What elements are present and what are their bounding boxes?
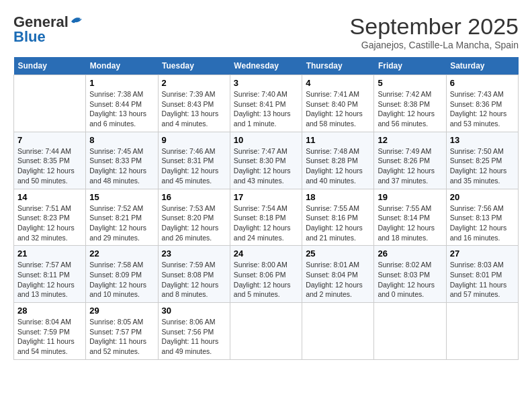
calendar-cell: 13Sunrise: 7:50 AMSunset: 8:25 PMDayligh… xyxy=(446,132,518,189)
day-info: Sunrise: 7:49 AMSunset: 8:26 PMDaylight:… xyxy=(378,146,442,186)
calendar-cell: 11Sunrise: 7:48 AMSunset: 8:28 PMDayligh… xyxy=(302,132,374,189)
calendar-cell: 29Sunrise: 8:05 AMSunset: 7:57 PMDayligh… xyxy=(86,303,158,360)
day-info: Sunrise: 8:01 AMSunset: 8:04 PMDaylight:… xyxy=(306,260,370,300)
calendar-cell: 4Sunrise: 7:41 AMSunset: 8:40 PMDaylight… xyxy=(302,75,374,132)
day-info: Sunrise: 7:44 AMSunset: 8:35 PMDaylight:… xyxy=(17,146,82,186)
day-number: 20 xyxy=(450,192,515,202)
calendar-cell: 26Sunrise: 8:02 AMSunset: 8:03 PMDayligh… xyxy=(374,246,446,303)
day-info: Sunrise: 7:48 AMSunset: 8:28 PMDaylight:… xyxy=(306,146,370,186)
calendar-cell: 10Sunrise: 7:47 AMSunset: 8:30 PMDayligh… xyxy=(230,132,302,189)
day-number: 8 xyxy=(89,135,154,145)
day-number: 26 xyxy=(378,248,442,259)
calendar-cell: 24Sunrise: 8:00 AMSunset: 8:06 PMDayligh… xyxy=(230,246,302,303)
calendar-cell: 14Sunrise: 7:51 AMSunset: 8:23 PMDayligh… xyxy=(14,189,86,246)
weekday-header-thursday: Thursday xyxy=(302,57,374,75)
day-info: Sunrise: 7:42 AMSunset: 8:38 PMDaylight:… xyxy=(378,89,442,129)
weekday-header-wednesday: Wednesday xyxy=(230,57,302,75)
day-info: Sunrise: 8:05 AMSunset: 7:57 PMDaylight:… xyxy=(89,317,154,357)
day-info: Sunrise: 8:04 AMSunset: 7:59 PMDaylight:… xyxy=(17,317,82,357)
calendar-cell: 8Sunrise: 7:45 AMSunset: 8:33 PMDaylight… xyxy=(86,132,158,189)
day-number: 23 xyxy=(162,248,226,259)
day-number: 22 xyxy=(89,248,154,259)
day-info: Sunrise: 8:00 AMSunset: 8:06 PMDaylight:… xyxy=(234,260,298,300)
calendar-cell: 5Sunrise: 7:42 AMSunset: 8:38 PMDaylight… xyxy=(374,75,446,132)
logo: General Blue xyxy=(13,13,85,46)
month-title: September 2025 xyxy=(350,13,519,40)
day-number: 21 xyxy=(17,248,82,259)
day-number: 18 xyxy=(306,192,370,202)
calendar-cell: 9Sunrise: 7:46 AMSunset: 8:31 PMDaylight… xyxy=(158,132,230,189)
day-number: 25 xyxy=(306,248,370,259)
day-info: Sunrise: 7:55 AMSunset: 8:16 PMDaylight:… xyxy=(306,203,370,243)
day-info: Sunrise: 7:55 AMSunset: 8:14 PMDaylight:… xyxy=(378,203,442,243)
logo-bird-icon xyxy=(70,15,85,27)
day-number: 11 xyxy=(306,135,370,145)
day-number: 28 xyxy=(17,306,82,316)
day-number: 14 xyxy=(17,192,82,202)
day-info: Sunrise: 7:38 AMSunset: 8:44 PMDaylight:… xyxy=(89,89,154,129)
logo-blue: Blue xyxy=(13,28,46,46)
day-number: 9 xyxy=(162,135,226,145)
day-info: Sunrise: 7:40 AMSunset: 8:41 PMDaylight:… xyxy=(234,89,298,129)
day-number: 19 xyxy=(378,192,442,202)
day-number: 10 xyxy=(234,135,298,145)
weekday-header-tuesday: Tuesday xyxy=(158,57,230,75)
day-info: Sunrise: 7:51 AMSunset: 8:23 PMDaylight:… xyxy=(17,203,82,243)
calendar-cell: 7Sunrise: 7:44 AMSunset: 8:35 PMDaylight… xyxy=(14,132,86,189)
day-number: 24 xyxy=(234,248,298,259)
calendar-cell: 15Sunrise: 7:52 AMSunset: 8:21 PMDayligh… xyxy=(86,189,158,246)
day-info: Sunrise: 7:57 AMSunset: 8:11 PMDaylight:… xyxy=(17,260,82,300)
calendar-cell: 17Sunrise: 7:54 AMSunset: 8:18 PMDayligh… xyxy=(230,189,302,246)
calendar-cell: 25Sunrise: 8:01 AMSunset: 8:04 PMDayligh… xyxy=(302,246,374,303)
day-info: Sunrise: 7:58 AMSunset: 8:09 PMDaylight:… xyxy=(89,260,154,300)
calendar-cell: 1Sunrise: 7:38 AMSunset: 8:44 PMDaylight… xyxy=(86,75,158,132)
weekday-header-monday: Monday xyxy=(86,57,158,75)
day-info: Sunrise: 7:39 AMSunset: 8:43 PMDaylight:… xyxy=(162,89,226,129)
day-info: Sunrise: 8:02 AMSunset: 8:03 PMDaylight:… xyxy=(378,260,442,300)
calendar-week-row: 21Sunrise: 7:57 AMSunset: 8:11 PMDayligh… xyxy=(14,246,519,303)
day-number: 29 xyxy=(89,306,154,316)
weekday-header-row: SundayMondayTuesdayWednesdayThursdayFrid… xyxy=(14,57,519,75)
calendar-cell: 18Sunrise: 7:55 AMSunset: 8:16 PMDayligh… xyxy=(302,189,374,246)
day-number: 15 xyxy=(89,192,154,202)
calendar-cell xyxy=(302,303,374,360)
day-info: Sunrise: 7:46 AMSunset: 8:31 PMDaylight:… xyxy=(162,146,226,186)
day-number: 6 xyxy=(450,78,515,88)
calendar-cell: 22Sunrise: 7:58 AMSunset: 8:09 PMDayligh… xyxy=(86,246,158,303)
calendar-week-row: 7Sunrise: 7:44 AMSunset: 8:35 PMDaylight… xyxy=(14,132,519,189)
day-number: 5 xyxy=(378,78,442,88)
day-info: Sunrise: 7:53 AMSunset: 8:20 PMDaylight:… xyxy=(162,203,226,243)
calendar-cell: 27Sunrise: 8:03 AMSunset: 8:01 PMDayligh… xyxy=(446,246,518,303)
day-info: Sunrise: 7:43 AMSunset: 8:36 PMDaylight:… xyxy=(450,89,515,129)
day-number: 13 xyxy=(450,135,515,145)
calendar-week-row: 1Sunrise: 7:38 AMSunset: 8:44 PMDaylight… xyxy=(14,75,519,132)
calendar-cell: 30Sunrise: 8:06 AMSunset: 7:56 PMDayligh… xyxy=(158,303,230,360)
page-header: General Blue September 2025 Gajanejos, C… xyxy=(13,13,519,50)
calendar-cell: 21Sunrise: 7:57 AMSunset: 8:11 PMDayligh… xyxy=(14,246,86,303)
calendar-table: SundayMondayTuesdayWednesdayThursdayFrid… xyxy=(13,57,519,360)
day-info: Sunrise: 7:54 AMSunset: 8:18 PMDaylight:… xyxy=(234,203,298,243)
calendar-cell: 28Sunrise: 8:04 AMSunset: 7:59 PMDayligh… xyxy=(14,303,86,360)
calendar-cell: 6Sunrise: 7:43 AMSunset: 8:36 PMDaylight… xyxy=(446,75,518,132)
day-number: 16 xyxy=(162,192,226,202)
title-block: September 2025 Gajanejos, Castille-La Ma… xyxy=(350,13,519,50)
day-number: 1 xyxy=(89,78,154,88)
calendar-cell: 23Sunrise: 7:59 AMSunset: 8:08 PMDayligh… xyxy=(158,246,230,303)
calendar-week-row: 28Sunrise: 8:04 AMSunset: 7:59 PMDayligh… xyxy=(14,303,519,360)
day-number: 4 xyxy=(306,78,370,88)
day-info: Sunrise: 7:50 AMSunset: 8:25 PMDaylight:… xyxy=(450,146,515,186)
day-number: 7 xyxy=(17,135,82,145)
day-number: 3 xyxy=(234,78,298,88)
calendar-cell xyxy=(446,303,518,360)
day-info: Sunrise: 7:59 AMSunset: 8:08 PMDaylight:… xyxy=(162,260,226,300)
day-info: Sunrise: 7:52 AMSunset: 8:21 PMDaylight:… xyxy=(89,203,154,243)
weekday-header-friday: Friday xyxy=(374,57,446,75)
day-info: Sunrise: 7:41 AMSunset: 8:40 PMDaylight:… xyxy=(306,89,370,129)
weekday-header-sunday: Sunday xyxy=(14,57,86,75)
calendar-cell: 20Sunrise: 7:56 AMSunset: 8:13 PMDayligh… xyxy=(446,189,518,246)
day-info: Sunrise: 8:06 AMSunset: 7:56 PMDaylight:… xyxy=(162,317,226,357)
day-info: Sunrise: 8:03 AMSunset: 8:01 PMDaylight:… xyxy=(450,260,515,300)
calendar-cell: 12Sunrise: 7:49 AMSunset: 8:26 PMDayligh… xyxy=(374,132,446,189)
day-info: Sunrise: 7:47 AMSunset: 8:30 PMDaylight:… xyxy=(234,146,298,186)
calendar-cell xyxy=(230,303,302,360)
